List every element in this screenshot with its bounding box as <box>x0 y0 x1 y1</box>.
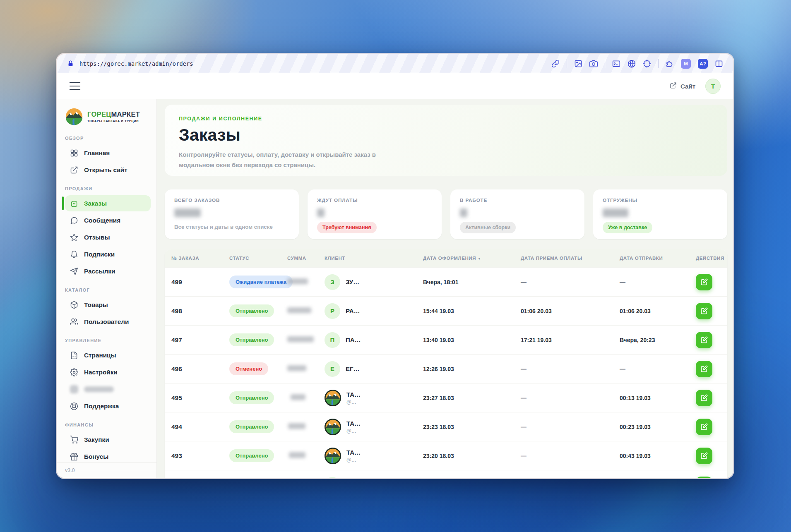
open-order-button[interactable] <box>696 477 712 478</box>
split-view-icon[interactable] <box>715 60 723 68</box>
column-header-3[interactable]: СУММА <box>287 256 325 261</box>
extension-m-badge[interactable]: M <box>681 59 691 69</box>
translate-badge[interactable]: A? <box>698 59 708 69</box>
sidebar-item-messages[interactable]: Сообщения <box>65 212 151 228</box>
order-shipped-date: Вчера, 20:23 <box>620 337 696 343</box>
client-handle: @… <box>346 428 361 434</box>
order-number: 499 <box>171 278 229 286</box>
order-row-494[interactable]: 494ОтправленоТА…@…23:23 18.03—00:23 19.0… <box>165 412 727 441</box>
sidebar-item-products[interactable]: Товары <box>65 297 151 313</box>
open-order-button[interactable] <box>696 303 712 319</box>
crosshair-icon[interactable] <box>643 60 651 68</box>
sidebar-item-label: Закупки <box>84 436 109 443</box>
order-row-partial[interactable]: Отправлено <box>165 470 727 478</box>
orders-table: № ЗАКАЗАСТАТУССУММАКЛИЕНТДАТА ОФОРМЛЕНИЯ… <box>165 249 727 478</box>
order-row-497[interactable]: 497ОтправленоППА…13:40 19.0317:21 19.03В… <box>165 325 727 354</box>
column-header-6[interactable]: ДАТА ПРИЕМА ОПЛАТЫ <box>521 256 620 261</box>
stat-value-redacted <box>460 208 467 217</box>
sidebar-item-open-site[interactable]: Открыть сайт <box>65 162 151 178</box>
page-description: Контролируйте статусы, оплату, доставку … <box>179 150 382 170</box>
sidebar-item-newsletters[interactable]: Рассылки <box>65 263 151 279</box>
lock-icon <box>67 60 74 67</box>
sidebar: ГОРЕЦМАРКЕТ ТОВАРЫ КАВКАЗА И ТУРЦИИ ОБЗО… <box>57 99 157 478</box>
sort-caret-icon: ▼ <box>478 257 481 261</box>
order-shipped-date: 01:06 20.03 <box>620 308 696 314</box>
toolbar-separator <box>605 59 605 68</box>
terminal-icon[interactable] <box>612 60 620 68</box>
order-client: ЕЕГ… <box>325 361 423 377</box>
sidebar-item-redacted[interactable] <box>65 381 151 397</box>
stat-label: ВСЕГО ЗАКАЗОВ <box>174 197 289 203</box>
bell-icon <box>70 250 78 259</box>
app-logo[interactable]: ГОРЕЦМАРКЕТ ТОВАРЫ КАВКАЗА И ТУРЦИИ <box>65 108 151 126</box>
order-created-date: 23:23 18.03 <box>423 424 521 430</box>
stat-label: В РАБОТЕ <box>460 197 575 203</box>
logo-subtitle: ТОВАРЫ КАВКАЗА И ТУРЦИИ <box>87 119 140 123</box>
menu-icon[interactable] <box>70 82 80 90</box>
order-row-498[interactable]: 498ОтправленоРРА…15:44 19.0301:06 20.030… <box>165 296 727 325</box>
orders-table-body: 499Ожидание платежаЗЗУ…Вчера, 18:01——498… <box>165 267 727 478</box>
open-order-button[interactable] <box>696 419 712 435</box>
order-sum-redacted <box>287 365 306 371</box>
order-sum-redacted <box>287 278 308 284</box>
open-order-button[interactable] <box>696 390 712 406</box>
gift-icon <box>70 453 78 461</box>
external-link-icon <box>70 166 78 174</box>
client-name: ЕГ… <box>346 365 360 372</box>
sidebar-item-bonuses[interactable]: Бонусы <box>65 448 151 462</box>
link-icon[interactable] <box>551 60 560 68</box>
order-number: 494 <box>171 423 229 431</box>
open-order-button[interactable] <box>696 361 712 377</box>
open-site-button[interactable]: Сайт <box>670 82 695 90</box>
sidebar-section-label: ОБЗОР <box>65 136 151 141</box>
order-row-495[interactable]: 495ОтправленоТА…@…23:27 18.03—00:13 19.0… <box>165 383 727 412</box>
order-row-496[interactable]: 496ОтмененоЕЕГ…12:26 19.03—— <box>165 354 727 383</box>
open-order-button[interactable] <box>696 332 712 348</box>
column-header-2[interactable]: СТАТУС <box>229 256 287 261</box>
client-name: ТА… <box>346 449 361 456</box>
column-header-7[interactable]: ДАТА ОТПРАВКИ <box>620 256 696 261</box>
puzzle-icon[interactable] <box>666 60 674 68</box>
sidebar-item-home[interactable]: Главная <box>65 145 151 161</box>
sidebar-item-label: Открыть сайт <box>84 166 127 174</box>
order-created-date: 15:44 19.03 <box>423 308 521 314</box>
globe-icon[interactable] <box>628 60 636 68</box>
sidebar-item-settings[interactable]: Настройки <box>65 364 151 380</box>
column-header-8[interactable]: ДЕЙСТВИЯ <box>696 256 721 261</box>
stat-value-redacted <box>174 208 201 217</box>
url-text[interactable]: https://gorec.market/admin/orders <box>79 60 193 67</box>
order-row-499[interactable]: 499Ожидание платежаЗЗУ…Вчера, 18:01—— <box>165 267 727 296</box>
stat-value-redacted <box>317 208 325 217</box>
sidebar-section-label: УПРАВЛЕНИЕ <box>65 338 151 343</box>
order-paid-date: — <box>521 424 620 430</box>
order-created-date: 12:26 19.03 <box>423 366 521 372</box>
order-shipped-date: 00:23 19.03 <box>620 424 696 430</box>
order-client: ТА…@… <box>325 448 423 464</box>
sidebar-section-label: КАТАЛОГ <box>65 288 151 292</box>
open-order-button[interactable] <box>696 274 712 290</box>
sidebar-item-purchases[interactable]: Закупки <box>65 431 151 448</box>
column-header-5[interactable]: ДАТА ОФОРМЛЕНИЯ▼ <box>423 256 521 261</box>
sidebar-item-pages[interactable]: Страницы <box>65 347 151 363</box>
sidebar-item-label: Пользователи <box>84 318 129 326</box>
sidebar-item-support[interactable]: Поддержка <box>65 398 151 414</box>
bag-icon <box>70 199 78 208</box>
order-number: 496 <box>171 365 229 373</box>
order-number: 495 <box>171 394 229 402</box>
column-header-4[interactable]: КЛИЕНТ <box>325 256 423 261</box>
image-icon[interactable] <box>574 60 582 68</box>
stat-card-2: ЖДУТ ОПЛАТЫТребуют внимания <box>308 189 442 239</box>
open-order-button[interactable] <box>696 448 712 464</box>
camera-icon[interactable] <box>589 60 598 68</box>
column-header-1[interactable]: № ЗАКАЗА <box>171 256 229 261</box>
sidebar-item-users[interactable]: Пользователи <box>65 314 151 330</box>
sidebar-item-orders[interactable]: Заказы <box>65 195 151 211</box>
order-row-493[interactable]: 493ОтправленоТА…@…23:20 18.03—00:43 19.0… <box>165 441 727 470</box>
sidebar-item-label: Настройки <box>84 369 118 376</box>
sidebar-item-reviews[interactable]: Отзывы <box>65 229 151 245</box>
logo-name-part2: МАРКЕТ <box>111 110 140 118</box>
user-avatar[interactable]: T <box>705 79 721 94</box>
client-logo-avatar <box>325 419 341 435</box>
sidebar-item-subscriptions[interactable]: Подписки <box>65 246 151 262</box>
stat-card-3: В РАБОТЕАктивные сборки <box>450 189 584 239</box>
